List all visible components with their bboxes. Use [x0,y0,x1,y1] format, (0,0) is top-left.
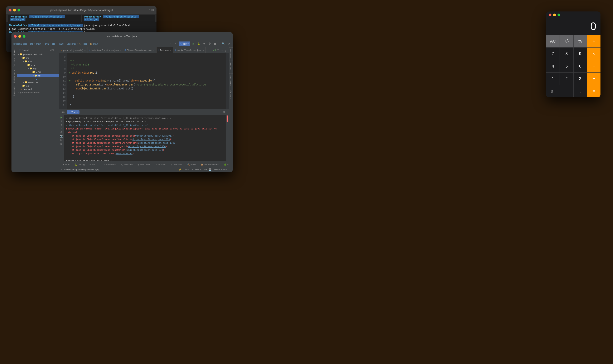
run-with-coverage-btn[interactable]: ☂ [202,41,206,46]
tab-chained[interactable]: J ChainedTransformer.java × [123,47,156,53]
run-scroll-up-btn[interactable]: ↑ [61,123,62,126]
calc-4[interactable]: 4 [546,60,559,72]
breadcrumb-su18[interactable]: su18 [59,42,64,45]
gear-icon[interactable]: ⋯ [55,49,57,51]
tree-item-ysuserial-folder[interactable]: ▾ 📁 ys [17,74,59,77]
tab-instantiate-close[interactable]: × [120,49,121,51]
terminal-tab-1[interactable]: PhoebeBuffay ~/IdeaProjects/ysoserial-al… [8,14,81,22]
close-button[interactable] [9,9,12,12]
tab-pom-close[interactable]: × [84,49,85,51]
scroll-gutter[interactable] [226,53,229,109]
profile-btn[interactable]: ⏱ [207,41,212,46]
status-lf[interactable]: LF [191,169,193,171]
tab-invoker-close[interactable]: × [203,49,204,51]
run-config-selector[interactable]: ⬡ Test ▾ [179,41,190,46]
calc-close[interactable] [549,13,551,16]
tree-item-java[interactable]: ▾ 📁 java [17,63,59,67]
tree-item-root[interactable]: ▾ 📁 ysuserial-test – ~/Id [17,52,59,56]
bottom-tab-terminal[interactable]: >_ Terminal [119,162,135,167]
calc-ac[interactable]: AC [546,35,559,47]
code-editor[interactable]: 5 6 7 8 9 10 11 12 13 14 15 16 17 [59,53,229,109]
calc-6[interactable]: 6 [573,60,587,72]
run-tab-active[interactable]: ⬡ Test × [67,110,80,114]
more-tabs-btn[interactable]: ⋮ [224,48,227,52]
tab-invoker[interactable]: J InvokerTransformer.java × [173,47,205,53]
tree-item-resources[interactable]: ▸ 📁 resources [17,80,59,84]
bottom-tab-services[interactable]: ⚙ Services [169,162,184,167]
tree-item-main[interactable]: ▾ 📁 main [17,60,59,63]
structure-panel-label[interactable]: Structure [13,58,16,68]
bottom-tab-profiler[interactable]: ⏱ Profiler [153,162,168,167]
run-wrench-btn[interactable]: ⚙ [60,131,63,134]
tree-item-test[interactable]: ▸ 📁 test [17,84,59,88]
idea-close[interactable] [14,35,17,38]
coverage-panel[interactable]: Coverage [229,88,233,101]
tree-item-test-java[interactable]: C [17,77,59,80]
run-scroll-down-btn[interactable]: ↓ [61,120,62,123]
bottom-tab-problems[interactable]: ⚠ Problems [101,162,118,167]
project-panel-label[interactable]: Project [13,48,16,56]
run-tab-close[interactable]: × [76,111,78,113]
idea-zoom[interactable] [23,35,26,38]
run-filter-btn[interactable]: ≡ [60,127,62,130]
calc-3[interactable]: 3 [573,73,587,85]
breadcrumb-main[interactable]: main [36,42,41,45]
bottom-tab-debug[interactable]: 🐛 Debug [72,162,87,167]
run-btn[interactable]: ▶ [191,41,196,46]
settings-tree-icon[interactable]: ⚙ [52,49,54,51]
calc-8[interactable]: 8 [560,48,573,60]
decompile-panel[interactable]: Decompile [229,47,233,61]
tab-instantiate[interactable]: J InstantiateTransformer.java × [87,47,123,53]
run-camera-btn[interactable]: 📷 [60,135,63,138]
calc-5[interactable]: 5 [560,60,573,72]
database-panel[interactable]: Database [229,61,233,73]
calc-plus[interactable]: + [587,73,600,85]
tab-test[interactable]: J Test.java × [156,47,173,53]
expand-btn[interactable]: ⌃ [217,48,219,52]
calc-7[interactable]: 7 [546,48,559,60]
breadcrumb-ysuserial[interactable]: ysuserial [67,42,76,45]
bottom-tab-build[interactable]: 🔨 Build [185,162,198,167]
run-scroll-gutter[interactable] [226,115,229,161]
calc-zoom[interactable] [558,13,560,16]
bookmarks-label[interactable]: Bookmarks [13,85,16,97]
calc-sign[interactable]: +/- [560,35,573,47]
tab-test-close[interactable]: × [170,49,171,51]
breadcrumb-project[interactable]: ysuserial-test [13,42,27,45]
calc-multiply[interactable]: × [587,48,600,60]
calc-equals[interactable]: = [587,85,600,97]
run-split-btn[interactable]: ⊟ [60,138,62,141]
force-stop-btn[interactable]: ⏹ [213,41,218,46]
breadcrumb-src[interactable]: src [30,42,33,45]
tree-item-pom[interactable]: m pom.xml [17,88,59,91]
tab-pom[interactable]: m pom.xml (ysuserial) × [59,47,87,53]
bottom-tab-todo[interactable]: ≡ TODO [88,162,100,167]
calc-minus[interactable]: − [587,60,600,72]
vcs-commit-btn[interactable]: ✓ [173,41,178,46]
breadcrumb-test[interactable]: Test [82,42,87,45]
zoom-button[interactable] [17,9,20,12]
bottom-tab-spring[interactable]: 🌿 Spring [222,162,229,167]
tab-chained-close[interactable]: × [153,49,154,51]
breadcrumb-org[interactable]: org [52,42,55,45]
tree-item-su18[interactable]: ▾ 📁 su18 [17,70,59,74]
vcs-update-btn[interactable]: ↑ [168,41,172,46]
minimize-button[interactable] [13,9,16,12]
run-trash-btn[interactable]: 🗑 [60,142,63,145]
bottom-tab-luacheck[interactable]: ◈ LuaCheck [136,162,152,167]
status-tab[interactable]: Tab [203,169,206,171]
run-play-btn[interactable]: ▶ [60,116,62,119]
pull-requests-label[interactable]: Pull Requests [13,69,16,84]
tree-item-src[interactable]: ▾ 📁 src [17,56,59,60]
idea-minimize[interactable] [18,35,21,38]
calc-0[interactable]: 0 [546,85,573,97]
run-close-btn[interactable]: − [226,111,227,113]
collapse-icon[interactable]: ⊟ [50,49,52,51]
bottom-tab-run[interactable]: ▶ Run [61,162,72,167]
calc-percent[interactable]: % [573,35,587,47]
terminal-tab-2[interactable]: PhoebeBuffay ~/IdeaProjects/ysoserial-al… [82,14,155,22]
calc-9[interactable]: 9 [573,48,587,60]
bottom-tab-dependencies[interactable]: 📦 Dependencies [199,162,221,167]
settings-btn[interactable]: ⚙ [226,41,231,46]
tree-item-external-libs[interactable]: ▸ ⊞ External Libraries [17,91,59,94]
